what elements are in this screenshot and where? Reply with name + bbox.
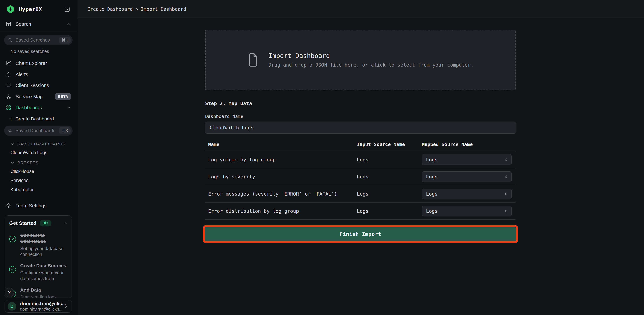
- task-title: Connect to ClickHouse: [20, 232, 68, 245]
- sidebar-divider: [0, 31, 77, 31]
- sidebar-dashboard-cloudwatch-logs[interactable]: CloudWatch Logs: [0, 148, 77, 157]
- sidebar-preset-kubernetes[interactable]: Kubernetes: [0, 185, 77, 194]
- sidebar-preset-clickhouse[interactable]: ClickHouse: [0, 167, 77, 176]
- search-section-icon: [6, 21, 12, 27]
- content-scroll-area: Import Dashboard Drag and drop a JSON fi…: [77, 19, 644, 315]
- sidebar-item-service-map[interactable]: Service Map BETA: [0, 91, 77, 102]
- sidebar-item-label: Team Settings: [16, 203, 46, 209]
- dashboard-name-input[interactable]: [205, 122, 516, 134]
- step-label: Step 2: Map Data: [205, 101, 516, 106]
- get-started-card: Get Started 3/3 Connect to ClickHouse Se…: [5, 215, 72, 298]
- panel-name: Log volume by log group: [205, 157, 357, 163]
- sidebar-item-dashboards[interactable]: Dashboards: [0, 102, 77, 113]
- tree-header-label: SAVED DASHBOARDS: [18, 142, 66, 146]
- chevron-up-down-icon: [504, 158, 508, 162]
- table-header: Name Input Source Name Mapped Source Nam…: [205, 138, 516, 151]
- sidebar-item-chart-explorer[interactable]: Chart Explorer: [0, 58, 77, 69]
- avatar-initial: D: [10, 304, 14, 309]
- avatar: D: [8, 302, 16, 311]
- collapse-sidebar-button[interactable]: [63, 5, 71, 13]
- beta-badge: BETA: [55, 93, 71, 100]
- laptop-icon: [6, 83, 12, 89]
- chevron-up-icon: [66, 22, 71, 26]
- sidebar-item-label: Service Map: [16, 94, 42, 99]
- input-source-name: Logs: [357, 157, 422, 163]
- sidebar-item-label: Client Sessions: [16, 83, 49, 88]
- chevron-up-down-icon: [504, 192, 508, 196]
- mapped-source-select[interactable]: Logs: [422, 189, 512, 199]
- saved-dashboards-header[interactable]: SAVED DASHBOARDS: [0, 138, 77, 148]
- chevron-up-down-icon: [504, 175, 508, 179]
- input-source-name: Logs: [357, 174, 422, 180]
- gear-icon: [6, 203, 12, 209]
- presets-header[interactable]: PRESETS: [0, 157, 77, 167]
- table-row: Logs by severity Logs Logs: [205, 168, 516, 185]
- input-source-name: Logs: [357, 191, 422, 197]
- brand-name: HyperDX: [19, 6, 42, 13]
- json-dropzone[interactable]: Import Dashboard Drag and drop a JSON fi…: [205, 30, 516, 90]
- sidebar-item-label: Chart Explorer: [16, 61, 47, 66]
- chevron-up-down-icon: [504, 209, 508, 213]
- selected-value: Logs: [426, 191, 438, 197]
- saved-dashboards-input[interactable]: [16, 128, 56, 133]
- get-started-header[interactable]: Get Started 3/3: [9, 220, 68, 230]
- user-menu[interactable]: D dominic.tran@clic... dominic.tran@clic…: [5, 300, 72, 313]
- selected-value: Logs: [426, 174, 438, 180]
- create-dashboard-button[interactable]: + Create Dashboard: [0, 113, 77, 125]
- get-started-progress-badge: 3/3: [40, 220, 51, 226]
- check-circle-icon: [9, 266, 16, 273]
- dashboards-grid-icon: [6, 105, 12, 111]
- saved-searches-searchbox[interactable]: ⌘K: [4, 35, 73, 45]
- chevron-up-icon: [63, 221, 68, 225]
- column-header-mapped-source: Mapped Source Name: [422, 142, 516, 147]
- saved-searches-input[interactable]: [16, 38, 56, 43]
- mapped-source-select[interactable]: Logs: [422, 206, 512, 216]
- user-email: dominic.tran@clickh...: [20, 306, 60, 312]
- mapped-source-select[interactable]: Logs: [422, 171, 512, 182]
- tree-header-label: PRESETS: [18, 161, 38, 165]
- saved-dashboards-searchbox[interactable]: ⌘K: [4, 126, 73, 136]
- selected-value: Logs: [426, 208, 438, 214]
- task-description: Start sending logs, metrics, or traces: [20, 294, 68, 298]
- column-header-input-source: Input Source Name: [357, 142, 422, 147]
- finish-import-annotation-box: Finish Import: [205, 227, 516, 241]
- sidebar: HyperDX Search: [0, 0, 77, 315]
- get-started-item-sources[interactable]: Create Data Sources Configure where your…: [9, 260, 68, 285]
- sidebar-item-team-settings[interactable]: Team Settings: [0, 200, 77, 211]
- get-started-item-add-data[interactable]: Add Data Start sending logs, metrics, or…: [9, 285, 68, 298]
- chevron-down-icon: [10, 142, 14, 146]
- panel-name: Logs by severity: [205, 174, 357, 180]
- sidebar-item-alerts[interactable]: Alerts: [0, 69, 77, 80]
- chevron-right-icon: [64, 304, 68, 308]
- topbar: Create Dashboard > Import Dashboard: [77, 0, 644, 19]
- sidebar-item-label: Search: [16, 21, 31, 27]
- no-saved-searches-note: No saved searches: [0, 48, 77, 58]
- dropzone-title: Import Dashboard: [268, 52, 474, 60]
- table-row: Log volume by log group Logs Logs: [205, 151, 516, 168]
- import-column: Import Dashboard Drag and drop a JSON fi…: [205, 19, 516, 315]
- help-button[interactable]: ?: [4, 288, 14, 297]
- search-icon: [8, 128, 13, 133]
- task-title: Create Data Sources: [20, 263, 68, 269]
- task-title: Add Data: [20, 287, 68, 293]
- selected-value: Logs: [426, 157, 438, 163]
- dashboard-name-label: Dashboard Name: [205, 114, 516, 119]
- get-started-title: Get Started: [9, 220, 36, 226]
- sidebar-item-search[interactable]: Search: [0, 19, 77, 30]
- input-source-name: Logs: [357, 208, 422, 214]
- get-started-item-connect[interactable]: Connect to ClickHouse Set up your databa…: [9, 230, 68, 260]
- sidebar-preset-services[interactable]: Services: [0, 176, 77, 185]
- breadcrumb-import-dashboard: Import Dashboard: [141, 7, 186, 12]
- shortcut-badge: ⌘K: [59, 37, 71, 44]
- panel-name: Error distribution by log group: [205, 208, 357, 214]
- panel-name: Error messages (severity 'ERROR' or 'FAT…: [205, 191, 357, 197]
- chart-explorer-icon: [6, 60, 12, 66]
- hyperdx-logo-icon: [6, 5, 15, 14]
- breadcrumb-create-dashboard[interactable]: Create Dashboard: [88, 7, 133, 12]
- mapped-source-select[interactable]: Logs: [422, 154, 512, 165]
- finish-import-button[interactable]: Finish Import: [205, 227, 516, 241]
- bell-icon: [6, 71, 12, 77]
- sidebar-item-client-sessions[interactable]: Client Sessions: [0, 80, 77, 91]
- sidebar-item-label: Dashboards: [16, 105, 42, 111]
- collapse-sidebar-icon: [64, 6, 70, 13]
